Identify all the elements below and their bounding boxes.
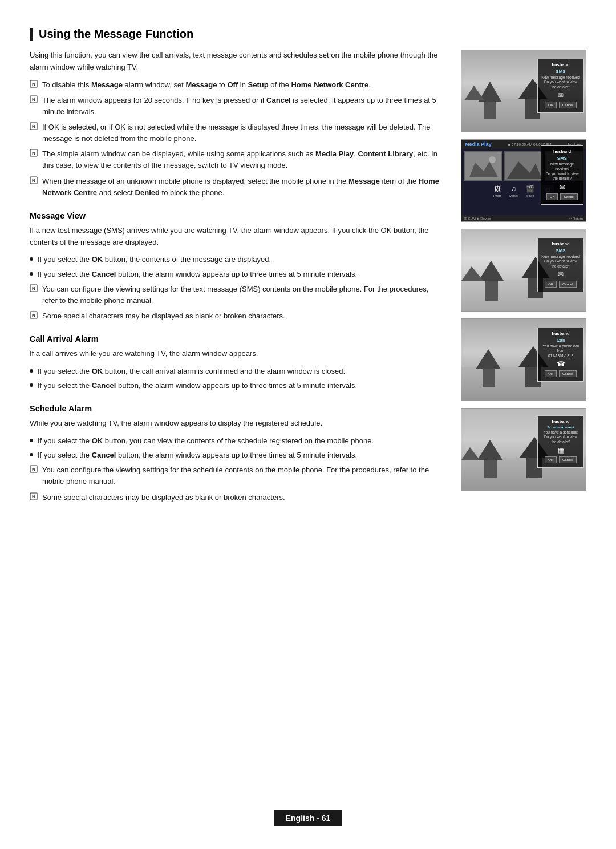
popup-icon-1: ✉ (541, 91, 581, 99)
note-text-sa1: You can configure the viewing settings f… (42, 464, 445, 487)
note-item-1: N To disable this Message alarm window, … (30, 79, 445, 91)
list-item: If you select the OK button, you can vie… (30, 435, 445, 447)
popup-cancel-4[interactable]: Cancel (559, 370, 577, 377)
popup-msg-1: New message receivedDo you want to viewt… (541, 75, 581, 90)
note-icon-1: N (30, 80, 39, 89)
section-title: Using the Message Function (30, 27, 586, 41)
popup-type-1: SMS (541, 69, 581, 74)
note-text-2: The alarm window appears for 20 seconds.… (42, 95, 445, 118)
note-text-5: When the message of an unknown mobile ph… (42, 176, 445, 199)
svg-text:N: N (32, 124, 35, 129)
sms-popup-1: husband SMS New message receivedDo you w… (537, 59, 584, 113)
popup-buttons-1: OK Cancel (541, 102, 581, 108)
screenshot-sms-1: husband SMS New message receivedDo you w… (461, 50, 586, 132)
popup-icon-5: ▦ (541, 446, 581, 454)
movie-label: Movie (526, 194, 534, 197)
bullet-text: If you select the Cancel button, the ala… (38, 450, 357, 461)
popup-icon-3: ✉ (541, 270, 581, 278)
tv-screen-4: husband Call You have a phone callfrom01… (461, 319, 586, 401)
popup-type-5: Scheduled event (541, 426, 581, 429)
note-item-5: N When the message of an unknown mobile … (30, 176, 445, 199)
media-bottom-left: ⊞ SUM ▶ Device (464, 216, 491, 220)
popup-cancel-3[interactable]: Cancel (559, 281, 577, 288)
popup-msg-4: You have a phone callfrom011-1361-1313 (541, 344, 581, 358)
popup-cancel-1[interactable]: Cancel (559, 102, 577, 108)
photo-icon: 🖼 (494, 185, 501, 193)
bullet-text: If you select the Cancel button, the ala… (38, 380, 357, 391)
note-text-1: To disable this Message alarm window, se… (42, 79, 445, 91)
tv-screen-3: husband SMS New message receivedDo you w… (461, 229, 586, 312)
note-text-mv2: Some special characters may be displayed… (42, 310, 445, 322)
popup-header-media: husband (544, 149, 580, 154)
subsection-title-schedule-alarm: Schedule Alarm (30, 404, 445, 413)
popup-cancel-media[interactable]: Cancel (560, 193, 578, 200)
note-text-sa2: Some special characters may be displayed… (42, 492, 445, 503)
list-item: If you select the Cancel button, the ala… (30, 269, 445, 280)
popup-buttons-3: OK Cancel (541, 281, 581, 288)
call-popup-4: husband Call You have a phone callfrom01… (537, 328, 584, 382)
list-item: If you select the Cancel button, the ala… (30, 380, 445, 391)
note-icon-sa2: N (30, 492, 39, 502)
popup-ok-media[interactable]: OK (546, 193, 558, 200)
media-play-screen: Media Play ■ 07:10:00 AM 07/04/2PM husba… (461, 140, 586, 221)
bullet-dot (30, 272, 33, 276)
bullet-dot (30, 383, 33, 387)
movie-icon: 🎬 (526, 185, 534, 193)
note-icon-3: N (30, 122, 39, 131)
sms-popup-media: husband SMS New message receivedDo you w… (541, 145, 583, 205)
popup-msg-media: New message receivedDo you want to viewt… (544, 162, 580, 181)
page-title: Using the Message Function (39, 27, 193, 41)
popup-buttons-4: OK Cancel (541, 370, 581, 377)
photo-label: Photo (493, 194, 501, 197)
popup-msg-3: New message receivedDo you want to viewt… (541, 254, 581, 269)
tv-screen-5: husband Scheduled event You have a sched… (461, 409, 586, 491)
popup-buttons-5: OK Cancel (541, 456, 581, 463)
message-view-intro: If a new test message (SMS) arrives whil… (30, 225, 445, 249)
note-icon-4: N (30, 149, 39, 158)
popup-type-3: SMS (541, 248, 581, 253)
media-icon-music: ♫ Music (509, 185, 517, 200)
message-view-note-1: N You can configure the viewing settings… (30, 284, 445, 306)
media-bottom-bar: ⊞ SUM ▶ Device ↩ Return (461, 215, 586, 221)
media-play-label: Media Play (465, 142, 492, 147)
svg-text:N: N (32, 467, 35, 472)
left-column: Using this function, you can view the ca… (30, 50, 445, 507)
note-text-4: The simple alarm window can be displayed… (42, 148, 445, 171)
note-text-mv1: You can configure the viewing settings f… (42, 284, 445, 306)
intro-paragraph: Using this function, you can view the ca… (30, 50, 445, 74)
music-icon: ♫ (511, 185, 516, 193)
popup-header-4: husband (541, 331, 581, 336)
popup-header-3: husband (541, 241, 581, 246)
popup-ok-3[interactable]: OK (545, 281, 557, 288)
media-thumb-2 (504, 151, 543, 181)
popup-ok-5[interactable]: OK (545, 456, 557, 463)
media-icon-movie: 🎬 Movie (526, 185, 534, 200)
svg-text:N: N (32, 82, 35, 87)
popup-ok-1[interactable]: OK (545, 102, 557, 108)
schedule-alarm-intro: While you are watching TV, the alarm win… (30, 418, 445, 430)
svg-point-28 (489, 156, 496, 163)
popup-cancel-5[interactable]: Cancel (559, 456, 577, 463)
message-view-bullets: If you select the OK button, the content… (30, 254, 445, 280)
popup-icon-media: ✉ (544, 183, 580, 191)
bullet-text: If you select the OK button, you can vie… (38, 435, 374, 447)
note-icon-mv2: N (30, 311, 39, 320)
popup-msg-5: You have a scheduleDo you want to viewth… (541, 430, 581, 444)
music-label: Music (509, 194, 517, 197)
message-view-note-2: N Some special characters may be display… (30, 310, 445, 322)
bullet-text: If you select the OK button, the call ar… (38, 366, 345, 377)
popup-type-media: SMS (544, 156, 580, 161)
media-thumb-1 (464, 151, 502, 181)
note-icon-sa1: N (30, 465, 39, 474)
svg-text:N: N (32, 494, 35, 499)
bullet-dot (30, 453, 33, 456)
popup-header-1: husband (541, 62, 581, 67)
note-icon-2: N (30, 95, 39, 104)
screenshot-sms-2: husband SMS New message receivedDo you w… (461, 229, 586, 312)
svg-text:N: N (32, 286, 35, 291)
svg-text:N: N (32, 178, 35, 183)
popup-ok-4[interactable]: OK (545, 370, 557, 377)
right-column-screenshots: husband SMS New message receivedDo you w… (461, 50, 586, 507)
bullet-dot (30, 369, 33, 373)
schedule-alarm-note-2: N Some special characters may be display… (30, 492, 445, 503)
